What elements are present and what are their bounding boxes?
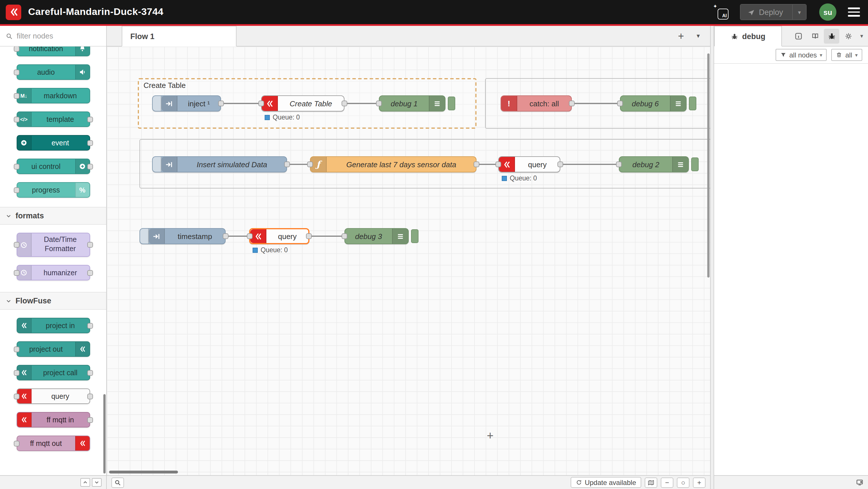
palette-node-template[interactable]: </> template <box>17 112 90 127</box>
main-menu-button[interactable] <box>848 7 860 17</box>
status-dot-icon <box>502 176 507 181</box>
input-port[interactable] <box>247 233 253 239</box>
node-timestamp[interactable]: timestamp <box>140 228 226 244</box>
filter-funnel-icon <box>780 52 786 58</box>
canvas-footer: Update available − ○ + <box>107 475 710 489</box>
ai-assistant-icon[interactable]: ✦ AI <box>714 5 728 19</box>
inject-trigger-button[interactable] <box>140 229 149 243</box>
palette-search-input[interactable] <box>17 32 100 40</box>
palette-node-ui-control[interactable]: ui control <box>17 159 90 174</box>
flowfuse-logo-icon[interactable] <box>6 4 21 20</box>
canvas-search-button[interactable] <box>112 477 124 488</box>
output-port[interactable] <box>569 100 575 106</box>
input-port[interactable] <box>495 162 501 167</box>
flowfuse-query-icon <box>499 157 515 172</box>
node-palette: notification audio M↓ markdown </> tem <box>0 26 107 489</box>
output-port <box>87 270 93 276</box>
output-port[interactable] <box>474 162 479 167</box>
node-debug-6[interactable]: debug 6 <box>620 95 687 112</box>
palette-node-query[interactable]: query <box>17 389 90 404</box>
output-port[interactable] <box>306 233 312 239</box>
palette-section-flowfuse[interactable]: FlowFuse <box>0 292 106 310</box>
node-status: Queue: 0 <box>502 175 537 181</box>
debug-enable-toggle[interactable] <box>411 229 418 243</box>
sidebar-options-button[interactable]: ▾ <box>857 28 867 44</box>
palette-node-ff-mqtt-out[interactable]: ff mqtt out <box>17 436 90 451</box>
chevron-down-icon <box>6 298 11 304</box>
node-catch-all[interactable]: ! catch: all <box>501 95 572 112</box>
input-port[interactable] <box>258 100 264 106</box>
inject-trigger-button[interactable] <box>153 157 161 172</box>
node-create-table-query[interactable]: Create Table <box>261 95 344 112</box>
node-red-editor: Careful-Mandarin-Duck-3744 ✦ AI Deploy ▾… <box>0 0 868 489</box>
add-flow-button[interactable]: + <box>678 31 684 41</box>
zoom-in-button[interactable]: + <box>693 477 706 488</box>
collapse-categories-button[interactable] <box>81 478 90 487</box>
node-query-selected[interactable]: query <box>249 228 309 244</box>
config-gear-tab-icon[interactable] <box>840 28 856 44</box>
debug-enable-toggle[interactable] <box>691 157 699 171</box>
search-icon <box>6 32 12 39</box>
palette-node-project-out[interactable]: project out <box>17 341 90 357</box>
cursor-crosshair: + <box>487 429 493 442</box>
expand-categories-button[interactable] <box>92 478 102 487</box>
flow-canvas[interactable]: Create Table inject ¹ Create Table <box>107 47 710 475</box>
deploy-button[interactable]: Deploy ▾ <box>740 4 807 20</box>
debug-messages-panel[interactable] <box>714 64 868 475</box>
node-debug-3[interactable]: debug 3 <box>344 228 409 244</box>
palette-node-project-call[interactable]: project call <box>17 365 90 380</box>
palette-node-project-in[interactable]: project in <box>17 318 90 333</box>
palette-node-audio[interactable]: audio <box>17 64 90 80</box>
node-insert-simulated-data[interactable]: Insert simulated Data <box>152 156 287 172</box>
input-port[interactable] <box>616 162 622 167</box>
palette-node-progress[interactable]: progress % <box>17 182 90 198</box>
node-debug-1[interactable]: debug 1 <box>379 95 445 112</box>
input-port <box>13 116 19 122</box>
palette-node-notification[interactable]: notification <box>17 47 90 56</box>
flow-list-button[interactable]: ▾ <box>696 32 700 40</box>
palette-node-datetime-formatter[interactable]: Date/TimeFormatter <box>17 233 90 257</box>
node-query-2[interactable]: query <box>498 156 560 172</box>
tab-flow-1[interactable]: Flow 1 <box>122 26 237 47</box>
palette-node-event[interactable]: event <box>17 135 90 150</box>
update-available-button[interactable]: Update available <box>570 477 641 488</box>
node-status: Queue: 0 <box>265 114 300 121</box>
output-port[interactable] <box>218 100 224 106</box>
palette-scrollbar[interactable] <box>103 394 105 473</box>
output-port[interactable] <box>342 100 347 106</box>
sidebar-header: debug ▾ <box>714 26 868 47</box>
zoom-reset-button[interactable]: ○ <box>677 477 689 488</box>
help-book-tab-icon[interactable] <box>807 28 823 44</box>
deploy-options-button[interactable]: ▾ <box>792 5 806 20</box>
debug-tab-icon[interactable] <box>824 28 839 44</box>
canvas-vertical-scrollbar[interactable] <box>707 53 710 278</box>
debug-enable-toggle[interactable] <box>689 96 696 110</box>
palette-node-markdown[interactable]: M↓ markdown <box>17 88 90 104</box>
input-port[interactable] <box>617 100 623 106</box>
debug-clear-button[interactable]: all ▾ <box>832 49 862 61</box>
inject-trigger-button[interactable] <box>153 96 161 111</box>
info-tab-icon[interactable] <box>790 28 806 44</box>
sidebar-splitter[interactable] <box>710 26 714 489</box>
input-port[interactable] <box>307 162 313 167</box>
output-port[interactable] <box>223 233 228 239</box>
sidebar-tab-debug[interactable]: debug <box>714 26 782 47</box>
minimap-button[interactable] <box>645 477 657 488</box>
node-debug-2[interactable]: debug 2 <box>619 156 689 172</box>
palette-node-ff-mqtt-in[interactable]: ff mqtt in <box>17 412 90 428</box>
output-port[interactable] <box>284 162 290 167</box>
node-inject-1[interactable]: inject ¹ <box>152 95 221 112</box>
expand-sidebar-icon[interactable] <box>856 479 863 486</box>
canvas-horizontal-scrollbar[interactable] <box>109 470 178 473</box>
flowfuse-icon <box>17 318 31 333</box>
palette-node-humanizer[interactable]: humanizer <box>17 265 90 280</box>
input-port[interactable] <box>376 100 382 106</box>
debug-enable-toggle[interactable] <box>448 96 455 110</box>
zoom-out-button[interactable]: − <box>661 477 673 488</box>
input-port[interactable] <box>342 233 347 239</box>
node-generate-sensor-data[interactable]: ƒ Generate last 7 days sensor data <box>310 156 476 172</box>
user-avatar[interactable]: su <box>819 3 836 21</box>
output-port[interactable] <box>557 162 563 167</box>
palette-section-formats[interactable]: formats <box>0 207 106 225</box>
debug-filter-button[interactable]: all nodes ▾ <box>776 49 827 61</box>
